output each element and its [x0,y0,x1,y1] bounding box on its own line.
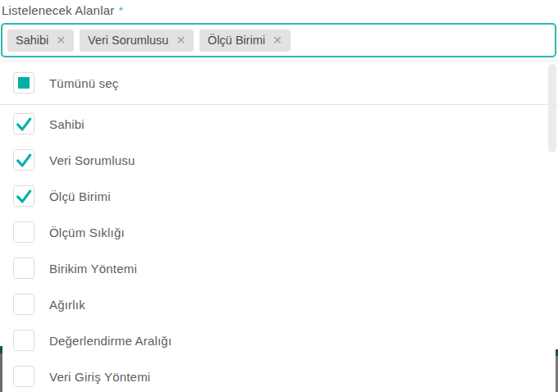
option-row[interactable]: Ağırlık [0,286,558,322]
option-label: Veri Sorumlusu [49,153,135,167]
dropdown-panel: Tümünü seç Sahibi Veri Sorumlusu Ölçü Bi… [0,61,558,392]
option-label: Sahibi [49,117,85,131]
option-label: Ağırlık [49,298,85,312]
option-checkbox[interactable] [13,149,34,171]
option-checkbox[interactable] [13,185,34,207]
option-label: Ölçüm Sıklığı [49,226,125,239]
option-checkbox[interactable] [13,221,34,243]
option-label: Değerlendirme Aralığı [49,334,172,348]
chip[interactable]: Veri Sorumlusu ✕ [80,30,194,52]
select-all-option[interactable]: Tümünü seç [0,62,558,105]
chip-remove-icon[interactable]: ✕ [176,34,185,46]
option-label: Veri Giriş Yöntemi [49,370,150,384]
option-row[interactable]: Ölçüm Sıklığı [0,214,558,250]
chip[interactable]: Sahibi ✕ [7,30,74,52]
multiselect-input[interactable]: Sahibi ✕ Veri Sorumlusu ✕ Ölçü Birimi ✕ [1,23,556,57]
field-label: Listelenecek Alanlar* [2,3,123,17]
chip-label: Sahibi [16,34,48,47]
required-asterisk: * [118,4,123,17]
option-checkbox[interactable] [13,294,34,315]
option-row[interactable]: Ölçü Birimi [0,178,558,214]
chip-label: Veri Sorumlusu [88,34,168,47]
option-checkbox[interactable] [13,366,34,387]
option-row[interactable]: Sahibi [0,106,558,142]
page-edge-left [0,346,2,392]
option-row[interactable]: Veri Giriş Yöntemi [0,358,558,392]
option-checkbox[interactable] [13,330,34,351]
chip-label: Ölçü Birimi [208,34,265,47]
chip[interactable]: Ölçü Birimi ✕ [199,30,290,52]
option-checkbox[interactable] [13,258,34,279]
chip-remove-icon[interactable]: ✕ [56,34,66,46]
select-all-label: Tümünü seç [49,76,119,90]
field-label-text: Listelenecek Alanlar [2,3,114,17]
option-label: Ölçü Birimi [49,189,111,203]
option-row[interactable]: Değerlendirme Aralığı [0,322,558,358]
option-checkbox[interactable] [13,113,34,134]
chip-list: Sahibi ✕ Veri Sorumlusu ✕ Ölçü Birimi ✕ [7,30,290,52]
scrollbar-thumb[interactable] [548,64,556,153]
checkmark-icon [15,115,33,133]
option-row[interactable]: Veri Sorumlusu [0,142,558,178]
checkbox-indeterminate-fill-icon [18,77,30,89]
checkmark-icon [15,187,33,205]
option-row[interactable]: Birikim Yöntemi [0,250,558,286]
select-all-checkbox[interactable] [13,72,34,93]
checkmark-icon [15,151,33,169]
option-label: Birikim Yöntemi [49,262,137,276]
options-list: Sahibi Veri Sorumlusu Ölçü Birimi Ölçüm … [0,105,558,392]
chip-remove-icon[interactable]: ✕ [272,34,282,46]
